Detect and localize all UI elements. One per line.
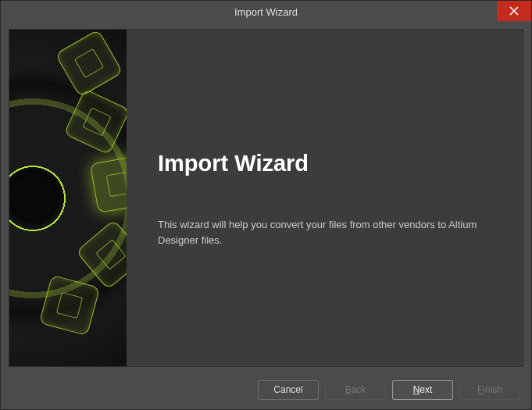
finish-label: Finish [477, 384, 502, 395]
dial-graphic [9, 81, 127, 316]
button-row: Cancel Back Next Finish [1, 370, 531, 409]
sync-icon [20, 185, 46, 212]
titlebar: Import Wizard [1, 1, 531, 23]
page-body-text: This wizard will help you convert your f… [158, 217, 495, 248]
next-button[interactable]: Next [392, 380, 453, 400]
dial-segment [63, 88, 127, 155]
dial-segment-active [90, 155, 127, 212]
cancel-button[interactable]: Cancel [258, 380, 319, 400]
finish-button: Finish [459, 380, 520, 400]
import-wizard-window: Import Wizard Import Wizard This wizard … [0, 0, 532, 410]
back-button: Back [325, 380, 386, 400]
window-title: Import Wizard [234, 6, 298, 18]
wizard-text-area: Import Wizard This wizard will help you … [127, 30, 523, 366]
dial-segment [76, 219, 127, 289]
next-label: Next [413, 384, 433, 395]
dial-segment [39, 274, 100, 335]
page-heading: Import Wizard [158, 151, 495, 176]
close-icon [509, 6, 519, 16]
dial-segment [55, 30, 123, 97]
wizard-hero-image [9, 30, 127, 366]
close-button[interactable] [497, 1, 531, 21]
content-frame: Import Wizard This wizard will help you … [9, 29, 523, 367]
cancel-label: Cancel [273, 384, 302, 395]
back-label: Back [345, 384, 366, 395]
